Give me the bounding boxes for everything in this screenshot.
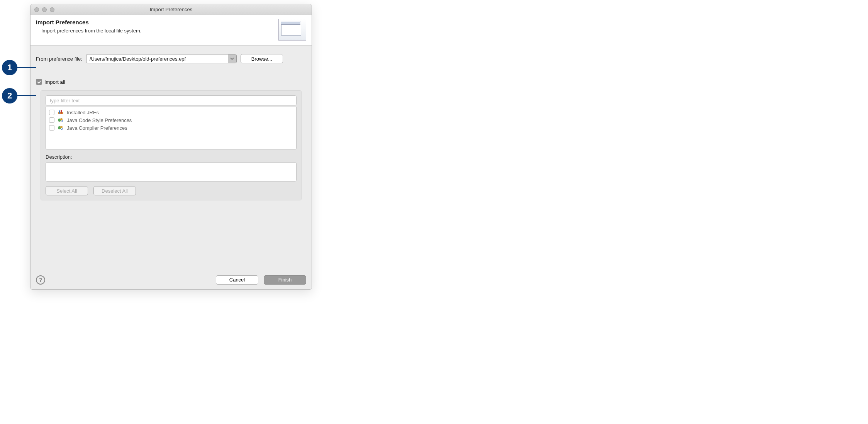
- list-item[interactable]: J Java Compiler Preferences: [46, 124, 296, 132]
- svg-text:J: J: [61, 119, 63, 123]
- svg-rect-1: [59, 110, 60, 114]
- preference-file-combo[interactable]: /Users/fmujica/Desktop/old-preferences.e…: [86, 54, 237, 63]
- java-pref-icon: J: [58, 125, 64, 131]
- help-icon[interactable]: ?: [36, 275, 45, 285]
- import-all-row: Import all: [36, 79, 306, 85]
- preferences-group: Installed JREs J Java Code Style Prefere…: [41, 90, 302, 200]
- item-label: Java Compiler Preferences: [67, 125, 127, 131]
- chevron-down-icon[interactable]: [228, 54, 236, 63]
- import-preferences-dialog: Import Preferences Import Preferences Im…: [30, 4, 312, 290]
- titlebar: Import Preferences: [31, 4, 312, 15]
- preferences-file-icon: [278, 19, 306, 41]
- close-icon[interactable]: [34, 7, 39, 12]
- item-label: Installed JREs: [67, 110, 99, 115]
- item-checkbox[interactable]: [49, 117, 54, 123]
- page-title: Import Preferences: [36, 19, 141, 25]
- select-all-button[interactable]: Select All: [46, 186, 88, 195]
- header-panel: Import Preferences Import preferences fr…: [31, 15, 312, 46]
- item-label: Java Code Style Preferences: [67, 117, 132, 123]
- import-all-checkbox[interactable]: [36, 79, 42, 85]
- list-item[interactable]: J Java Code Style Preferences: [46, 116, 296, 124]
- svg-text:J: J: [61, 127, 63, 131]
- dialog-body: From preference file: /Users/fmujica/Des…: [31, 46, 312, 270]
- finish-button[interactable]: Finish: [264, 275, 306, 285]
- filter-input[interactable]: [46, 95, 297, 105]
- window-title: Import Preferences: [31, 7, 312, 12]
- description-label: Description:: [46, 154, 297, 160]
- preferences-list: Installed JREs J Java Code Style Prefere…: [46, 107, 297, 149]
- annotation-badge-2: 2: [2, 88, 17, 103]
- description-box: [46, 162, 297, 181]
- browse-button[interactable]: Browse...: [241, 54, 283, 63]
- traffic-lights: [34, 7, 54, 12]
- preference-file-value: /Users/fmujica/Desktop/old-preferences.e…: [86, 56, 228, 62]
- annotation-badge-1: 1: [2, 60, 17, 75]
- item-checkbox[interactable]: [49, 110, 54, 115]
- dialog-footer: ? Cancel Finish: [31, 270, 312, 289]
- list-item[interactable]: Installed JREs: [46, 109, 296, 116]
- jre-icon: [58, 109, 64, 115]
- import-all-label: Import all: [44, 79, 65, 85]
- annotation-line-2: [17, 95, 36, 96]
- deselect-all-button[interactable]: Deselect All: [93, 186, 136, 195]
- page-subtitle: Import preferences from the local file s…: [41, 28, 141, 34]
- svg-rect-2: [61, 110, 62, 114]
- annotation-line-1: [17, 67, 36, 68]
- zoom-icon[interactable]: [50, 7, 54, 12]
- item-checkbox[interactable]: [49, 125, 54, 131]
- cancel-button[interactable]: Cancel: [216, 275, 258, 285]
- java-pref-icon: J: [58, 117, 64, 123]
- file-label: From preference file:: [36, 56, 82, 62]
- file-row: From preference file: /Users/fmujica/Des…: [36, 54, 306, 63]
- minimize-icon[interactable]: [42, 7, 47, 12]
